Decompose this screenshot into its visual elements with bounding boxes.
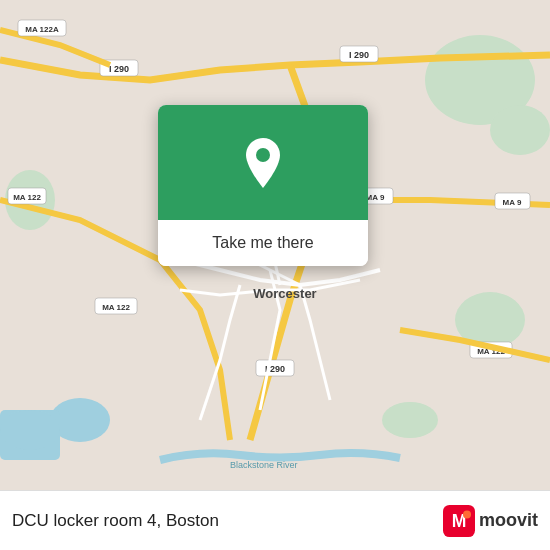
map-container: Blackstone River I 290 I 290 MA 122A MA … bbox=[0, 0, 550, 490]
svg-text:Worcester: Worcester bbox=[253, 286, 316, 301]
svg-text:Blackstone River: Blackstone River bbox=[230, 460, 298, 470]
svg-text:MA 122: MA 122 bbox=[13, 193, 41, 202]
moovit-logo: M moovit bbox=[443, 505, 538, 537]
svg-text:MA 9: MA 9 bbox=[366, 193, 385, 202]
svg-text:MA 9: MA 9 bbox=[503, 198, 522, 207]
popup-green-area bbox=[158, 105, 368, 220]
location-title: DCU locker room 4, Boston bbox=[12, 511, 443, 531]
take-me-there-button[interactable]: Take me there bbox=[158, 220, 368, 266]
moovit-text: moovit bbox=[479, 510, 538, 531]
svg-text:I 290: I 290 bbox=[349, 50, 369, 60]
moovit-icon: M bbox=[443, 505, 475, 537]
svg-point-2 bbox=[490, 105, 550, 155]
svg-point-6 bbox=[382, 402, 438, 438]
popup-card: Take me there bbox=[158, 105, 368, 266]
svg-point-31 bbox=[256, 148, 270, 162]
bottom-bar: DCU locker room 4, Boston M moovit bbox=[0, 490, 550, 550]
svg-text:I 290: I 290 bbox=[109, 64, 129, 74]
svg-point-8 bbox=[0, 410, 60, 450]
svg-point-34 bbox=[463, 510, 471, 518]
svg-text:MA 122A: MA 122A bbox=[25, 25, 59, 34]
location-pin-icon bbox=[239, 136, 287, 190]
svg-text:MA 122: MA 122 bbox=[102, 303, 130, 312]
